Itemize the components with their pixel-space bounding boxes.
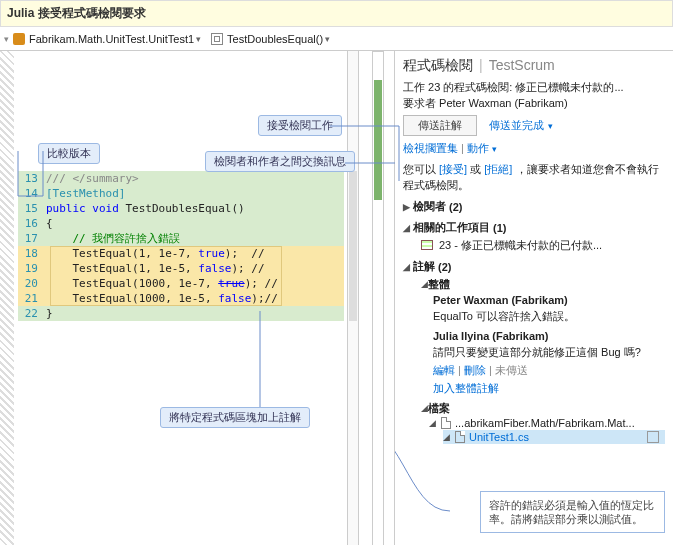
checkbox[interactable] [647, 431, 659, 443]
code-review-panel: 程式碼檢閱|TestScrum 工作 23 的程式碼檢閱: 修正已標幟未付款的.… [395, 51, 673, 545]
line-number: 21 [18, 291, 46, 306]
file-tab[interactable]: ▾ Fabrikam.Math.UnitTest.UnitTest1 ▾ [4, 33, 203, 45]
class-icon [13, 33, 25, 45]
file-tab-label: Fabrikam.Math.UnitTest.UnitTest1 [29, 33, 194, 45]
work-item-icon [421, 240, 433, 250]
file-name: UnitTest1.cs [469, 431, 529, 443]
line-number: 17 [18, 231, 46, 246]
code-block: 13/// </summary> 14[TestMethod] 15public… [18, 171, 344, 321]
comments-section-toggle[interactable]: ◢ 註解 (2) [403, 259, 665, 274]
line-number: 22 [18, 306, 46, 321]
reviewers-section-toggle[interactable]: ▶ 檢閱者 (2) [403, 199, 665, 214]
selection-highlight [50, 246, 282, 306]
line-number: 14 [18, 186, 46, 201]
diff-gutter [0, 51, 14, 545]
callout-annotate-block: 將特定程式碼區塊加上註解 [160, 407, 310, 428]
file-row[interactable]: ◢ UnitTest1.cs [443, 430, 665, 444]
collapse-icon[interactable]: ◢ [421, 400, 428, 416]
dropdown-icon[interactable]: ▾ [323, 34, 332, 44]
dropdown-icon[interactable]: ▾ [548, 121, 553, 131]
document-tabs: ▾ Fabrikam.Math.UnitTest.UnitTest1 ▾ Tes… [0, 27, 673, 51]
member-tab-label: TestDoublesEqual() [227, 33, 323, 45]
code-text: [TestMethod] [46, 186, 344, 201]
code-text: // 我們容許捨入錯誤 [46, 231, 344, 246]
folder-label: ...abrikamFiber.Math/Fabrikam.Mat... [455, 417, 635, 429]
member-tab[interactable]: TestDoublesEqual() ▾ [211, 33, 332, 45]
callout-compare-versions: 比較版本 [38, 143, 100, 164]
add-overall-comment-link[interactable]: 加入整體註解 [433, 380, 665, 396]
view-shelveset-link[interactable]: 檢視擱置集 [403, 142, 458, 154]
send-comment-button[interactable]: 傳送註解 [403, 115, 477, 136]
collapse-icon: ◢ [403, 262, 413, 272]
line-number: 16 [18, 216, 46, 231]
actions-link[interactable]: 動作 [467, 142, 489, 154]
collapse-icon: ◢ [429, 418, 441, 428]
window-title: Julia 接受程式碼檢閱要求 [0, 0, 673, 27]
chevron-down-icon: ▾ [4, 34, 9, 44]
comment-author: Peter Waxman (Fabrikam) [433, 292, 665, 308]
line-number: 18 [18, 246, 46, 261]
collapse-icon: ◢ [403, 223, 413, 233]
accept-reject-prompt: 您可以 [接受] 或 [拒絕] ，讓要求者知道您會不會執行程式碼檢閱。 [403, 161, 665, 193]
overview-ruler [372, 51, 384, 545]
delete-link[interactable]: 刪除 [464, 364, 486, 376]
files-heading: 檔案 [428, 400, 450, 416]
edit-link[interactable]: 編輯 [433, 364, 455, 376]
work-item-description: 工作 23 的程式碼檢閱: 修正已標幟未付款的... [403, 79, 665, 95]
dropdown-icon[interactable]: ▾ [492, 144, 497, 154]
line-number: 19 [18, 261, 46, 276]
unsent-label: 未傳送 [495, 364, 528, 376]
comment-body: EqualTo 可以容許捨入錯誤。 [433, 308, 665, 324]
send-complete-link[interactable]: 傳送並完成 [489, 118, 544, 133]
requester-row: 要求者 Peter Waxman (Fabrikam) [403, 95, 665, 111]
callout-exchange-messages: 檢閱者和作者之間交換訊息 [205, 151, 355, 172]
code-text: { [46, 216, 344, 231]
expand-icon: ▶ [403, 202, 413, 212]
folder-icon [441, 417, 451, 429]
accept-link[interactable]: [接受] [439, 163, 467, 175]
collapse-icon: ◢ [443, 432, 455, 442]
reject-link[interactable]: [拒絕] [484, 163, 512, 175]
code-text: } [46, 306, 344, 321]
dropdown-icon[interactable]: ▾ [194, 34, 203, 44]
code-text: public void TestDoublesEqual() [46, 201, 344, 216]
comment-tooltip: 容許的錯誤必須是輸入值的恆定比率。請將錯誤部分乘以測試值。 [480, 491, 665, 533]
comment-body: 請問只要變更這部分就能修正這個 Bug 嗎? [433, 344, 665, 360]
line-number: 20 [18, 276, 46, 291]
overall-heading: 整體 [428, 276, 450, 292]
related-items-section-toggle[interactable]: ◢ 相關的工作項目 (1) [403, 220, 665, 235]
code-text: /// </summary> [46, 171, 344, 186]
code-editor-pane: 13/// </summary> 14[TestMethod] 15public… [0, 51, 395, 545]
collapse-icon[interactable]: ◢ [421, 276, 428, 292]
mini-diff-column [347, 51, 359, 545]
related-work-item[interactable]: 23 - 修正已標幟未付款的已付款... [421, 237, 665, 253]
line-number: 13 [18, 171, 46, 186]
line-number: 15 [18, 201, 46, 216]
panel-title: 程式碼檢閱|TestScrum [403, 57, 665, 75]
comment-author: Julia Ilyina (Fabrikam) [433, 328, 665, 344]
folder-row[interactable]: ◢ ...abrikamFiber.Math/Fabrikam.Mat... [429, 416, 665, 430]
method-icon [211, 33, 223, 45]
file-icon [455, 431, 465, 443]
callout-accept-review: 接受檢閱工作 [258, 115, 342, 136]
